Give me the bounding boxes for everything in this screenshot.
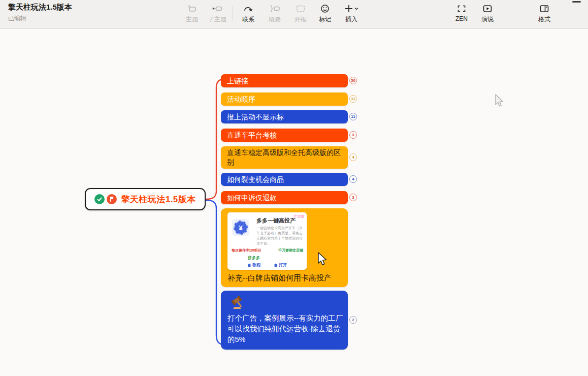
flag-icon[interactable] — [107, 194, 117, 204]
toolbar-present-button[interactable]: 演说 — [474, 4, 501, 24]
toolbar-format-button[interactable]: 格式 — [531, 4, 558, 24]
topic-node-baoshanghuodong[interactable]: 报上活动不显示标 — [221, 110, 348, 123]
topic-node-liebian-shangpin[interactable]: 如何裂变机会商品 — [221, 173, 348, 186]
boundary-icon — [296, 4, 306, 14]
topic-count-badge[interactable]: 11 — [349, 95, 357, 103]
subtopic-icon — [212, 4, 223, 14]
app-card-links: 教程 打开 — [227, 262, 307, 268]
branch-row: 如何申诉仅退款 3 — [221, 191, 359, 204]
topic-count-badge[interactable]: 3 — [349, 194, 357, 201]
toolbar-subtopic-button[interactable]: 子主题 — [204, 4, 231, 24]
yuan-refresh-icon: ¥ — [232, 219, 249, 236]
check-icon[interactable] — [94, 194, 105, 204]
topic-node-supplement[interactable]: 计次版 多多一键高投产 ¥ 一键自动化卡高投产开车（开车老手必看）免费版，请点击… — [221, 208, 348, 287]
home-icon — [247, 263, 251, 267]
tutorial-link[interactable]: 教程 — [247, 262, 260, 268]
topic-count-badge[interactable]: 2 — [349, 316, 357, 324]
presentation-play-icon — [482, 4, 493, 14]
window-minimize-button[interactable] — [572, 1, 581, 3]
app-title: 多多一键高投产 — [256, 217, 296, 225]
home-icon — [274, 263, 278, 267]
document-status: 已编辑 — [8, 14, 26, 23]
branch-row: 上链接 50 — [221, 74, 359, 87]
root-topic-node[interactable]: 擎天柱玩法1.5版本 — [85, 188, 206, 210]
topic-node-shanglianjie[interactable]: 上链接 — [221, 74, 348, 87]
app-note-green: 千万要绑定店铺 — [278, 248, 303, 253]
toolbar-insert-button[interactable]: 插入 — [338, 4, 365, 24]
branch-row: 活动顺序 11 — [221, 92, 359, 106]
toolbar-topic-button[interactable]: 主题 — [179, 4, 205, 24]
branch-row: 如何裂变机会商品 4 — [221, 173, 359, 186]
insert-plus-icon — [344, 4, 359, 14]
embedded-image-app-card[interactable]: 计次版 多多一键高投产 ¥ 一键自动化卡高投产开车（开车老手必看）免费版，请点击… — [227, 212, 307, 270]
topic-icon — [187, 4, 197, 14]
relationship-icon — [243, 4, 253, 14]
marker-smiley-icon — [320, 4, 330, 14]
format-panel-icon — [539, 4, 549, 14]
app-note-red: 每次操作/约20积分 — [232, 248, 262, 253]
branch-row: 直通车平台考核 3 — [221, 129, 359, 142]
toolbar-zen-button[interactable]: ZEN — [448, 4, 475, 22]
topic-count-badge[interactable]: 11 — [349, 113, 357, 120]
app-window: 擎天柱玩法1.5版本 已编辑 主题 子主题 — [0, 0, 588, 376]
topic-node-zhitongche-kaohe[interactable]: 直通车平台考核 — [221, 129, 348, 142]
app-platform-label: 拼多多 — [248, 255, 260, 261]
topic-node-ad[interactable]: 打个广告，案例展示--有实力的工厂可以找我们纯佣代运营收-除去退货的5% 2 — [221, 291, 348, 350]
ad-node-text: 打个广告，案例展示--有实力的工厂可以找我们纯佣代运营收-除去退货的5% — [227, 313, 343, 345]
toolbar-summary-button[interactable]: 概要 — [262, 4, 288, 24]
branch-row: 报上活动不显示标 11 — [221, 110, 359, 123]
topic-count-badge[interactable]: 4 — [349, 175, 357, 183]
header-bar: 擎天柱玩法1.5版本 已编辑 主题 子主题 — [0, 0, 588, 29]
supplement-caption: 补充--白牌店铺如何用卡高投产 — [227, 273, 332, 283]
gavel-icon — [229, 295, 246, 313]
topic-node-huodongshunxu[interactable]: 活动顺序 — [221, 92, 348, 106]
document-title: 擎天柱玩法1.5版本 — [8, 3, 72, 12]
topic-count-badge[interactable]: 4 — [349, 153, 357, 161]
open-link[interactable]: 打开 — [274, 262, 287, 268]
topic-count-badge[interactable]: 50 — [349, 77, 357, 84]
toolbar-boundary-button[interactable]: 外框 — [287, 4, 314, 24]
topic-count-badge[interactable]: 3 — [349, 131, 357, 139]
topic-node-zhitongche-qubie[interactable]: 直通车稳定高级版和全托高级版的区别 — [221, 146, 348, 169]
toolbar-divider — [233, 6, 233, 20]
zen-mode-icon — [456, 4, 467, 14]
toolbar-marker-button[interactable]: 标记 — [312, 4, 338, 24]
summary-icon — [269, 4, 280, 14]
toolbar-relationship-button[interactable]: 联系 — [235, 4, 262, 24]
branch-row: 直通车稳定高级版和全托高级版的区别 4 — [221, 146, 359, 169]
topic-node-shensu-tuikuan[interactable]: 如何申诉仅退款 — [221, 191, 348, 204]
root-topic-label: 擎天柱玩法1.5版本 — [121, 194, 196, 205]
app-description: 一键自动化卡高投产开车（开车老手必看）免费版，请点击去跳转空白第十个教程前的传送… — [256, 226, 304, 246]
